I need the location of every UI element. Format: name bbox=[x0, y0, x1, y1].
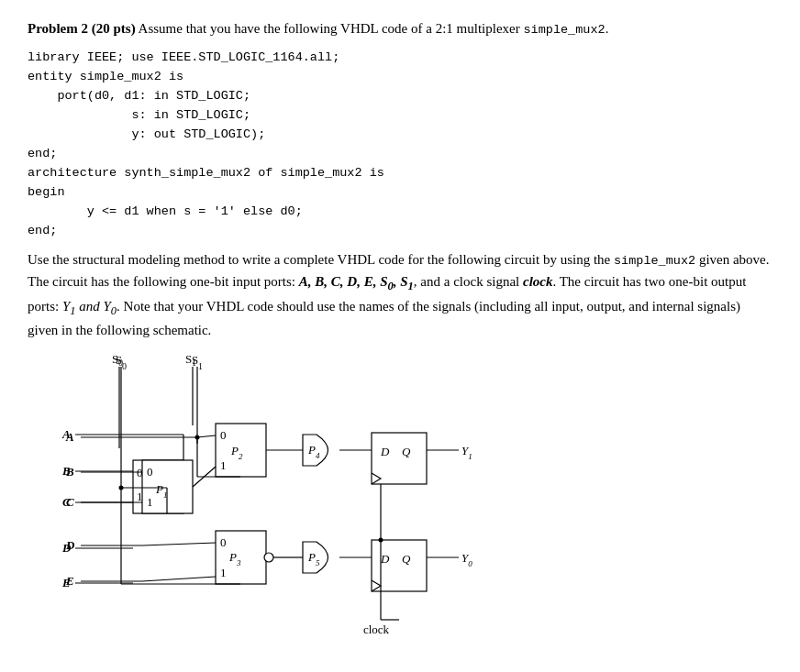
problem-header: Problem 2 (20 pts) Assume that you have … bbox=[28, 18, 772, 39]
mux1-1-label: 1 bbox=[147, 495, 153, 509]
schematic: text { font-family: 'Times New Roman', T… bbox=[55, 352, 697, 636]
dff2-d-label: D bbox=[380, 552, 390, 566]
simple-mux2-ref: simple_mux2 bbox=[614, 254, 695, 268]
svg-line-23 bbox=[197, 435, 216, 437]
description-section: Use the structural modeling method to wr… bbox=[28, 249, 772, 341]
svg-rect-42 bbox=[372, 540, 427, 591]
dff2-q-label: Q bbox=[402, 552, 411, 566]
c-input-label: C bbox=[66, 495, 74, 509]
svg-line-31 bbox=[142, 543, 216, 545]
output-ports: Y1 and Y0 bbox=[62, 299, 117, 314]
code-section: library IEEE; use IEEE.STD_LOGIC_1164.al… bbox=[28, 49, 772, 240]
mux2-1-label: 1 bbox=[220, 458, 227, 472]
d-input-label: D bbox=[65, 538, 75, 552]
e-input-label: E bbox=[65, 574, 74, 588]
mux3-0-label: 0 bbox=[220, 535, 227, 549]
mux3-1-label: 1 bbox=[220, 566, 227, 579]
vhdl-code: library IEEE; use IEEE.STD_LOGIC_1164.al… bbox=[28, 49, 772, 240]
mux-ref: simple_mux2 bbox=[524, 23, 606, 37]
problem-title: Problem 2 (20 pts) bbox=[28, 21, 136, 36]
b-input-label: B bbox=[65, 465, 74, 479]
problem-description: Use the structural modeling method to wr… bbox=[28, 249, 772, 341]
dff1-q-label: Q bbox=[402, 445, 411, 458]
mux1-0-label: 0 bbox=[147, 465, 153, 479]
a-input-label: A bbox=[65, 430, 74, 444]
problem-desc1: Assume that you have the following VHDL … bbox=[139, 21, 524, 36]
mux2-0-label: 0 bbox=[220, 428, 227, 442]
svg-point-30 bbox=[264, 553, 273, 562]
y1-label: Y1 bbox=[461, 444, 472, 461]
svg-line-32 bbox=[142, 577, 216, 581]
clock-label: clock bbox=[523, 274, 552, 289]
clock-label: clock bbox=[363, 622, 390, 636]
dff1-d-label: D bbox=[380, 445, 390, 458]
svg-rect-38 bbox=[372, 433, 427, 484]
y0-label: Y0 bbox=[461, 551, 472, 568]
problem-desc-end: . bbox=[606, 21, 609, 36]
input-ports: A, B, C, D, E, S0, S1 bbox=[299, 274, 414, 289]
